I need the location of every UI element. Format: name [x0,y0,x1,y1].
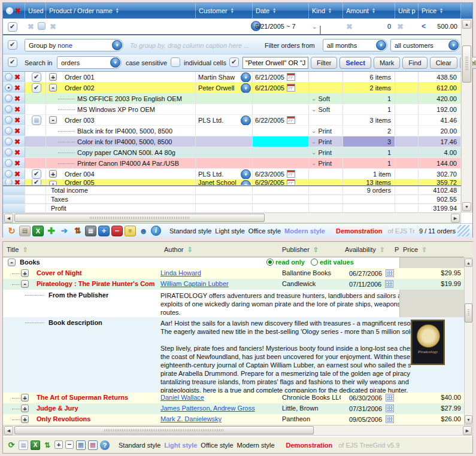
individual-cells-checkbox[interactable] [229,57,239,67]
row-select-radio[interactable] [5,138,13,145]
customer-dropdown-icon[interactable] [241,83,251,93]
table-row[interactable]: +Only RevolutionsMark Z. DanielewskyPant… [3,414,464,425]
expand-all-icon[interactable]: + [98,226,110,236]
cell-unit-price[interactable] [395,93,419,104]
cell-kind[interactable] [309,72,343,82]
cell-price[interactable]: 41.46 [419,115,461,125]
cell-unit-price[interactable] [395,158,419,168]
cell-used[interactable] [25,169,46,179]
clear-amount-filter-icon[interactable]: ✖ [346,22,353,31]
table-row[interactable]: ✖Black ink for IP4000, 5000, 8500⌄Print2… [3,126,461,136]
cell-used[interactable] [25,158,46,168]
search-scope-combo[interactable]: orders [57,56,122,69]
row-select-radio[interactable] [5,105,13,113]
row-delete-icon[interactable]: ✖ [14,138,20,145]
customer-dropdown-icon[interactable] [241,180,251,185]
column-header-price[interactable]: Price▲▼ [419,3,461,19]
kind-dropdown-icon[interactable]: ⌄ [311,149,316,156]
cell-kind[interactable]: ⌄Print [309,147,343,157]
cell-unit-price[interactable] [395,126,419,136]
date-filter-calendar-icon[interactable] [320,26,321,34]
cell-unit-price[interactable] [395,147,419,157]
cell-unit-price[interactable] [395,72,419,82]
sort-arrow-icon[interactable]: ⇧ [380,246,385,254]
table-row[interactable]: From the PublisherPIRATEOLOGY offers adv… [3,290,464,317]
cell-date[interactable]: 6/21/2005 [253,72,309,82]
cell-unit-price[interactable] [395,169,419,179]
cell-customer[interactable] [196,147,253,157]
row-used-checkbox[interactable] [32,180,41,185]
row-delete-icon[interactable]: ✖ [14,106,20,113]
cell-kind[interactable]: ⌄Soft [309,93,343,104]
cell-unit-price[interactable] [395,136,419,147]
expand-toggle[interactable]: + [49,181,57,185]
cell-date[interactable]: 6/22/2005 [253,115,309,125]
cell-used[interactable] [25,147,46,157]
cell-product-name[interactable]: Color ink for IP4000, 5000, 8500 [46,136,196,147]
row-select-radio[interactable] [5,73,13,81]
row-select-radio[interactable] [5,116,13,124]
scroll-down-icon[interactable]: ▼ [462,202,471,211]
collapse-all-icon[interactable]: − [65,440,74,449]
table-row[interactable]: ✖+Order 005Janet School6/29/200513 items… [3,180,461,186]
style-link-light[interactable]: Light style [215,227,245,235]
move-rows-icon[interactable]: ⇅ [72,226,83,236]
cell-kind[interactable] [309,83,343,93]
date-picker-icon[interactable] [287,116,295,124]
row-select-radio[interactable] [5,95,13,102]
row-select-radio[interactable] [5,180,13,185]
row-used-checkbox[interactable] [32,169,41,179]
cell-kind[interactable]: ⌄Soft [309,104,343,114]
kind-dropdown-icon[interactable]: ⌄ [311,160,316,166]
author-link[interactable]: James Patterson, Andrew Gross [160,405,255,412]
add-row-icon[interactable]: ✚ [46,226,57,236]
cell-used[interactable] [25,93,46,104]
cell-product-name[interactable]: Copy paper CANON 500l. A4 80g [46,147,196,157]
used-filter-state-icon[interactable] [38,22,46,30]
cell-availability[interactable]: 09/05/2006 [349,415,394,423]
column-header-price[interactable]: Price⇧ [399,242,464,257]
author-link[interactable]: Mark Z. Danielewsky [160,415,222,422]
cell-kind[interactable]: ⌄Print [309,158,343,168]
cell-customer[interactable]: PLS Ltd. [196,169,253,179]
group-by-combo[interactable]: Group by none [25,39,123,51]
row-delete-icon[interactable]: ✖ [14,74,20,81]
cell-amount[interactable]: 3 [343,136,395,147]
row-used-checkbox[interactable] [32,72,41,82]
author-link[interactable]: William Captain Lubber [160,280,229,287]
date-picker-icon[interactable] [385,280,393,288]
table-row[interactable]: ✖Copy paper CANON 500l. A4 80g⌄Print14.0… [3,147,461,158]
row-delete-icon[interactable]: ✖ [14,84,20,92]
scroll-right-icon[interactable]: ▶ [451,214,460,223]
cell-availability[interactable]: 06/30/2006 [349,394,394,402]
table-row[interactable]: ✖+Order 004PLS Ltd.6/23/20051 item302.70 [3,169,461,180]
amount-filter-value[interactable]: 0 [362,23,391,30]
edit-values-radio[interactable] [311,259,318,266]
kind-dropdown-icon[interactable]: ⌄ [311,127,316,134]
cell-product-name[interactable]: MS OFFICE 2003 Pro English OEM [46,93,196,104]
reload-icon[interactable]: ⟳ [7,440,16,450]
cell-customer[interactable] [196,93,253,104]
cell-customer[interactable] [196,158,253,168]
search-input[interactable] [242,57,308,69]
find-button[interactable]: Find [402,57,427,69]
table-row[interactable]: ✖+Order 001Martin Shaw6/21/20056 items43… [3,72,461,83]
filter-button[interactable]: Filter [311,57,337,69]
customer-dropdown-icon[interactable] [241,72,251,82]
scroll-up-icon[interactable]: ▲ [462,20,471,29]
row-delete-icon[interactable]: ✖ [14,95,20,102]
clear-used-filter-icon[interactable]: ✖ [28,22,34,31]
date-picker-icon[interactable] [287,73,295,81]
orders-vscroll-thumb[interactable] [462,45,471,83]
column-header-kind[interactable]: Kind▲▼ [309,3,343,19]
cell-amount[interactable]: 1 item [343,169,395,179]
cell-amount[interactable]: 3 items [343,115,395,125]
cell-used[interactable] [25,136,46,147]
kind-dropdown-icon[interactable]: ⌄ [311,106,316,113]
date-filter-value[interactable]: 6/21/2005 ~ 7 [255,23,298,30]
months-filter-combo[interactable]: all months [323,39,387,51]
date-picker-icon[interactable] [287,170,295,178]
scroll-left-icon[interactable]: ◀ [4,214,13,223]
table-row[interactable]: -Pirateology : The Pirate Hunter's ComWi… [3,279,464,290]
collapse-all-icon[interactable]: − [111,226,123,236]
